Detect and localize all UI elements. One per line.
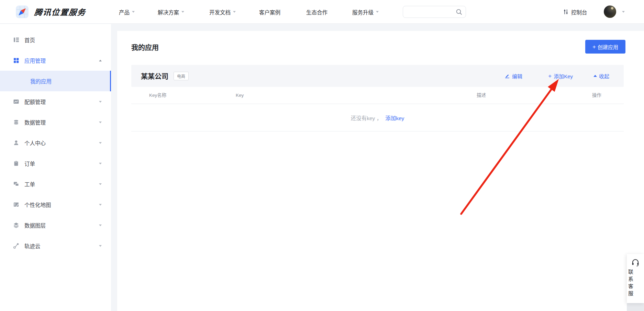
compass-logo-icon[interactable] <box>16 5 29 18</box>
sidebar-item-home[interactable]: 首页 <box>0 30 111 50</box>
edit-button[interactable]: 编辑 <box>504 65 522 87</box>
app-card: 某某公司 电商 编辑 + 添加Key 收起 <box>131 65 624 131</box>
column-description: 描述 <box>477 87 486 104</box>
contact-support-label: 联系客服 <box>627 269 634 298</box>
chat-bubbles-icon <box>13 181 19 187</box>
sidebar-item-data-layers[interactable]: 数据图层 <box>0 215 111 235</box>
chevron-down-icon <box>99 183 102 185</box>
user-avatar[interactable] <box>604 5 616 18</box>
home-list-icon <box>13 37 19 43</box>
create-app-button[interactable]: + 创建应用 <box>585 40 625 54</box>
chevron-down-icon <box>233 11 236 13</box>
sidebar-item-app-management[interactable]: 应用管理 <box>0 50 111 71</box>
chevron-down-icon <box>132 11 135 13</box>
sidebar-item-quota[interactable]: 配额管理 <box>0 91 111 112</box>
sidebar-item-custom-map[interactable]: 个性化地图 <box>0 194 111 215</box>
search-box <box>403 6 466 18</box>
chevron-down-icon <box>99 101 102 103</box>
empty-key-row: 还没有key ， 添加key <box>131 104 624 131</box>
chevron-down-icon <box>99 163 102 164</box>
column-key: Key <box>236 87 244 104</box>
route-icon <box>13 243 19 249</box>
user-icon <box>13 140 19 146</box>
column-key-name: Key名称 <box>149 87 166 104</box>
nav-solutions[interactable]: 解决方案 <box>158 0 184 24</box>
sidebar-item-data-management[interactable]: 数据管理 <box>0 112 111 133</box>
clipboard-icon <box>13 160 19 166</box>
sidebar-item-tickets[interactable]: 工单 <box>0 174 111 194</box>
collapse-button[interactable]: 收起 <box>593 65 609 87</box>
sidebar-item-track-cloud[interactable]: 轨迹云 <box>0 235 111 256</box>
plus-icon: + <box>592 44 596 50</box>
add-key-link[interactable]: 添加key <box>385 114 404 122</box>
chevron-up-icon <box>99 60 102 61</box>
sidebar-item-my-apps[interactable]: 我的应用 <box>0 71 111 91</box>
layers-icon <box>13 222 19 228</box>
chevron-down-icon <box>99 122 102 123</box>
add-key-button[interactable]: + 添加Key <box>548 65 573 87</box>
nav-products[interactable]: 产品 <box>119 0 135 24</box>
plus-icon: + <box>548 73 552 79</box>
search-icon[interactable] <box>455 8 463 17</box>
chevron-down-icon <box>99 245 102 247</box>
main-content: 我的应用 + 创建应用 某某公司 电商 编辑 + 添加Key <box>117 31 644 311</box>
nav-docs[interactable]: 开发文档 <box>209 0 236 24</box>
page-title: 我的应用 <box>131 42 159 52</box>
chevron-down-icon <box>376 11 379 13</box>
pencil-icon <box>504 73 510 79</box>
nav-upgrade[interactable]: 服务升级 <box>352 0 379 24</box>
app-root: 腾讯位置服务 产品 解决方案 开发文档 客户案例 生态合作 服务升级 <box>0 0 644 311</box>
top-header: 腾讯位置服务 产品 解决方案 开发文档 客户案例 生态合作 服务升级 <box>0 0 644 24</box>
app-category-badge: 电商 <box>174 72 189 80</box>
console-button[interactable]: 控制台 <box>563 0 587 24</box>
brand-title: 腾讯位置服务 <box>34 6 86 18</box>
quota-chart-icon <box>13 99 19 105</box>
column-actions: 操作 <box>592 87 601 104</box>
headset-icon <box>631 258 640 266</box>
contact-support-widget[interactable]: 联系客服 <box>627 254 644 303</box>
chevron-down-icon <box>99 142 102 144</box>
chevron-down-icon <box>99 204 102 206</box>
nav-cases[interactable]: 客户案例 <box>259 0 280 24</box>
custom-map-icon <box>13 201 19 208</box>
search-input[interactable] <box>407 6 455 18</box>
nav-eco[interactable]: 生态合作 <box>306 0 327 24</box>
app-name: 某某公司 <box>141 71 168 81</box>
chevron-down-icon <box>99 224 102 226</box>
sidebar-nav: 首页 应用管理 我的应用 配额管理 <box>0 24 111 311</box>
empty-state-text: 还没有key ， <box>351 114 382 122</box>
database-icon <box>13 119 19 125</box>
grid-icon <box>13 57 19 64</box>
feedback-widget-partial[interactable] <box>627 303 644 311</box>
app-card-header: 某某公司 电商 编辑 + 添加Key 收起 <box>131 65 624 87</box>
sidebar-item-orders[interactable]: 订单 <box>0 153 111 174</box>
avatar-menu-chevron-icon[interactable] <box>622 11 625 13</box>
triangle-up-icon <box>593 75 597 77</box>
chevron-down-icon <box>181 11 184 13</box>
key-table-header: Key名称 Key 描述 操作 <box>131 87 624 104</box>
sliders-icon <box>563 9 569 15</box>
sidebar-item-personal-center[interactable]: 个人中心 <box>0 133 111 153</box>
